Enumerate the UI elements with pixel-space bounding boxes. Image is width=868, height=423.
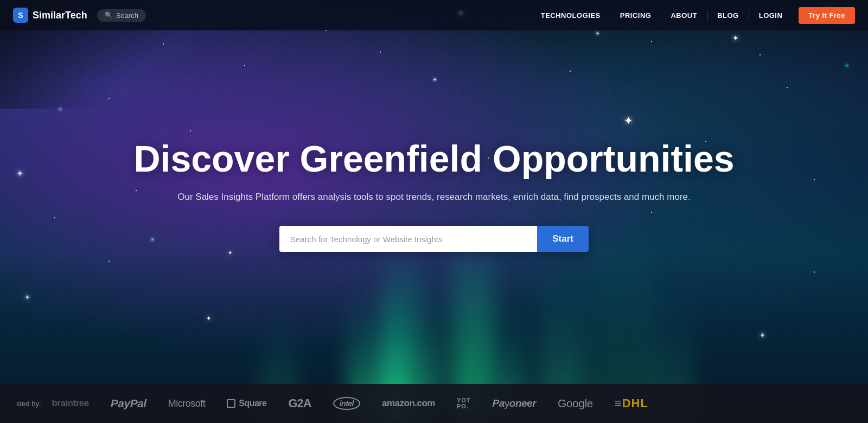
navbar: S SimilarTech 🔍 Search TECHNOLOGIES PRIC… xyxy=(0,0,868,30)
brand-payoneer: Payoneer xyxy=(493,397,537,409)
search-button[interactable]: Start xyxy=(537,226,589,252)
brand-microsoft: Microsoft xyxy=(168,398,206,409)
brand-paypal: PayPal xyxy=(111,397,146,410)
try-free-button[interactable]: Try It Free xyxy=(799,7,855,24)
nav-item-pricing[interactable]: PRICING xyxy=(610,10,661,20)
navbar-search[interactable]: 🔍 Search xyxy=(97,9,146,22)
brand-square: Square xyxy=(227,399,266,408)
nav-item-about[interactable]: ABOUT xyxy=(661,10,707,20)
hero-subtitle: Our Sales Insights Platform offers analy… xyxy=(133,190,734,204)
brand-braintree: braintree xyxy=(52,398,89,409)
brand-amazon: amazon.com xyxy=(382,398,435,409)
nav-item-cta[interactable]: Try It Free xyxy=(792,10,855,20)
nav-item-blog[interactable]: BLOG xyxy=(707,10,749,20)
nav-link-technologies[interactable]: TECHNOLOGIES xyxy=(531,11,610,20)
navbar-nav: TECHNOLOGIES PRICING ABOUT BLOG LOGIN Tr… xyxy=(531,10,855,21)
nav-link-login[interactable]: LOGIN xyxy=(749,11,793,20)
brand-g2a: G2A xyxy=(288,396,311,411)
hero-section: ✦ ✦ ✦ ✦ ✦ ✦ ✦ ✦ ✦ xyxy=(0,0,868,423)
square-icon xyxy=(227,399,235,408)
hero-content: Discover Greenfield Opportunities Our Sa… xyxy=(25,138,843,252)
search-input[interactable] xyxy=(279,226,537,252)
nav-item-login[interactable]: LOGIN xyxy=(749,10,793,20)
brand-dhl: ≡DHL xyxy=(615,396,648,411)
logo-icon: S xyxy=(13,8,28,23)
nav-item-technologies[interactable]: TECHNOLOGIES xyxy=(531,10,610,20)
navbar-search-label: Search xyxy=(116,11,138,20)
trusted-bar: sted by: braintree PayPal Microsoft Squa… xyxy=(0,384,868,423)
brand-intel: intel xyxy=(333,397,360,410)
site-name: SimilarTech xyxy=(33,10,87,21)
search-bar: Start xyxy=(279,226,589,252)
trusted-label: sted by: xyxy=(16,400,41,408)
nav-link-blog[interactable]: BLOG xyxy=(707,11,749,20)
hero-title: Discover Greenfield Opportunities xyxy=(133,138,734,179)
site-logo[interactable]: S SimilarTech xyxy=(13,8,87,23)
nav-link-pricing[interactable]: PRICING xyxy=(610,11,661,20)
search-icon: 🔍 xyxy=(105,11,113,19)
brand-google: Google xyxy=(558,397,593,410)
nav-link-about[interactable]: ABOUT xyxy=(661,11,707,20)
brand-yotpo: YOT PO. xyxy=(457,397,471,409)
trusted-logos: braintree PayPal Microsoft Square G2A in… xyxy=(52,396,852,411)
